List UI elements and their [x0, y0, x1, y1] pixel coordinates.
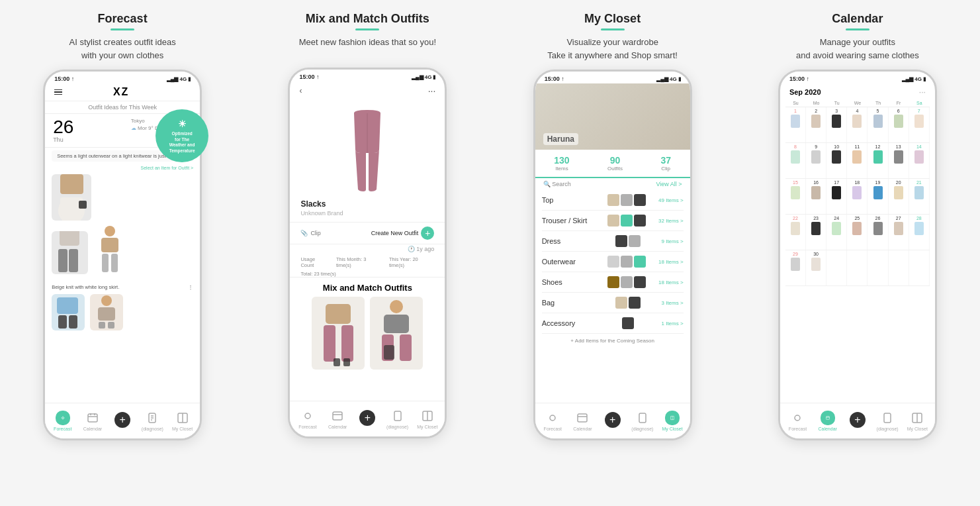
cal-week-3: 15 16 17 18 19 — [785, 179, 930, 215]
add-season-button[interactable]: + Add Items for the Coming Season — [535, 334, 690, 348]
cal-day-18[interactable]: 18 — [847, 179, 868, 214]
calendar-nav-icon — [85, 411, 100, 425]
cal-day-28[interactable]: 28 — [909, 215, 930, 250]
cal-day-12[interactable]: 12 — [868, 143, 888, 178]
svg-point-14 — [101, 295, 112, 306]
cal-nav-closet[interactable]: My Closet — [903, 411, 932, 431]
thumb-3 — [634, 194, 646, 206]
cal-day-11[interactable]: 11 — [847, 143, 868, 178]
mon-header: Mo — [806, 101, 826, 105]
clip-count: 37 — [660, 155, 671, 166]
nav-diagnose[interactable]: (diagnose) — [138, 411, 167, 431]
cal-day-5[interactable]: 5 — [868, 107, 888, 142]
back-icon[interactable]: ‹ — [299, 86, 302, 95]
cal-day-24[interactable]: 24 — [826, 215, 847, 250]
top-count: 49 Items > — [658, 197, 684, 203]
outfits-count: 90 — [607, 155, 623, 166]
cal-day-7[interactable]: 7 — [909, 107, 930, 142]
closet-nav-diagnose[interactable]: (diagnose) — [627, 411, 657, 431]
outerwear-count: 18 Items > — [658, 259, 684, 265]
cal-day-10[interactable]: 10 — [826, 143, 847, 178]
cal-nav-forecast[interactable]: Forecast — [783, 411, 813, 431]
cal-nav-diagnose[interactable]: (diagnose) — [872, 411, 902, 431]
item-actions: 📎 Clip Create New Outfit + — [290, 222, 445, 244]
cal-day-15[interactable]: 15 — [785, 179, 806, 214]
status-bar: 15:00 ↑ ▂▄▆ 4G ▮ — [45, 72, 200, 83]
cal-day-27[interactable]: 27 — [889, 215, 909, 250]
select-item[interactable]: Select an Item for Outfit > — [45, 164, 200, 172]
cal-day-6[interactable]: 6 — [889, 107, 909, 142]
nav-forecast-label: Forecast — [54, 427, 71, 431]
nav-add[interactable]: + — [108, 415, 138, 428]
fri-header: Fr — [889, 101, 909, 105]
closet-nav-calendar[interactable]: Calendar — [568, 411, 598, 431]
cal-day-1[interactable]: 1 — [785, 107, 806, 142]
thumb-2 — [621, 194, 633, 206]
calendar-divider — [846, 28, 869, 30]
cal-day-23[interactable]: 23 — [806, 215, 826, 250]
cal-day-16[interactable]: 16 — [806, 179, 826, 214]
cal-day-3[interactable]: 3 — [826, 107, 847, 142]
time-ago-row: 🕐 1y ago — [290, 244, 445, 254]
svg-point-57 — [795, 415, 800, 421]
outfit-desc-row: Beige knit with white long skirt. ⋮ — [45, 283, 200, 291]
cal-day-19[interactable]: 19 — [868, 179, 888, 214]
dress-category-name: Dress — [542, 237, 595, 245]
cal-day-22[interactable]: 22 — [785, 215, 806, 250]
cal-day-29[interactable]: 29 — [785, 250, 806, 285]
category-accessory[interactable]: Accessory 1 Items > — [542, 313, 684, 334]
outerwear-thumb-1 — [607, 256, 619, 268]
app-header: XZ — [45, 83, 200, 101]
menu-icon[interactable] — [54, 89, 62, 95]
clip-label: Clip — [660, 166, 671, 172]
mix-nav-add[interactable]: + — [353, 413, 382, 426]
svg-rect-35 — [326, 304, 351, 324]
cal-day-21[interactable]: 21 — [909, 179, 930, 214]
cal-nav-add[interactable]: + — [842, 415, 872, 428]
cal-day-26[interactable]: 26 — [868, 215, 888, 250]
accessory-count: 1 Items > — [662, 321, 684, 327]
mix-nav-diagnose[interactable]: (diagnose) — [382, 409, 412, 429]
cal-day-20[interactable]: 20 — [889, 179, 909, 214]
cal-day-30[interactable]: 30 — [806, 250, 826, 285]
cal-day-25[interactable]: 25 — [847, 215, 868, 250]
mix-phone: 15:00 ↑ ▂▄▆4G▮ ‹ ··· Slacks Unknown Bran… — [288, 68, 447, 438]
category-bag[interactable]: Bag 3 Items > — [542, 293, 684, 313]
cal-status: 15:00 ↑ ▂▄▆4G▮ — [780, 72, 935, 83]
svg-point-40 — [390, 300, 403, 313]
search-text[interactable]: 🔍 Search — [543, 181, 571, 187]
category-dress[interactable]: Dress 9 Items > — [542, 231, 684, 252]
more-icon[interactable]: ⋮ — [188, 284, 193, 290]
diagnose-nav-icon — [145, 411, 159, 425]
category-shoes[interactable]: Shoes 18 Items > — [542, 272, 684, 293]
cal-day-9[interactable]: 9 — [806, 143, 826, 178]
closet-nav-mycloset[interactable]: My Closet — [657, 411, 687, 431]
nav-forecast[interactable]: Forecast — [48, 411, 77, 431]
category-outerwear[interactable]: Outerwear 18 Items > — [542, 252, 684, 272]
cal-day-2[interactable]: 2 — [806, 107, 826, 142]
user-name-text: Haruna — [543, 133, 578, 145]
category-trouser[interactable]: Trouser / Skirt 32 Items > — [542, 211, 684, 231]
thumb-1 — [607, 194, 619, 206]
nav-calendar[interactable]: Calendar — [77, 411, 107, 431]
more-dots[interactable]: ··· — [428, 85, 436, 96]
nav-closet[interactable]: My Closet — [167, 411, 197, 431]
trouser-thumbnails — [607, 215, 646, 227]
clip-button[interactable]: 📎 Clip — [300, 230, 321, 236]
mix-nav-forecast[interactable]: Forecast — [292, 409, 322, 429]
category-top[interactable]: Top 49 Items > — [542, 190, 684, 211]
accessory-category-name: Accessory — [542, 319, 595, 327]
view-all-link[interactable]: View All > — [656, 181, 682, 187]
mix-nav-closet[interactable]: My Closet — [412, 409, 442, 429]
cal-nav-calendar[interactable]: Calendar — [813, 411, 842, 431]
cal-day-8[interactable]: 8 — [785, 143, 806, 178]
closet-nav-add[interactable]: + — [598, 415, 627, 428]
cal-day-4[interactable]: 4 — [847, 107, 868, 142]
create-outfit-button[interactable]: Create New Outfit + — [371, 227, 435, 240]
cal-day-13[interactable]: 13 — [889, 143, 909, 178]
cal-day-17[interactable]: 17 — [826, 179, 847, 214]
mix-nav-calendar[interactable]: Calendar — [323, 409, 353, 429]
cal-day-14[interactable]: 14 — [909, 143, 930, 178]
cal-more-icon[interactable]: ··· — [919, 87, 926, 97]
closet-nav-forecast[interactable]: Forecast — [538, 411, 568, 431]
